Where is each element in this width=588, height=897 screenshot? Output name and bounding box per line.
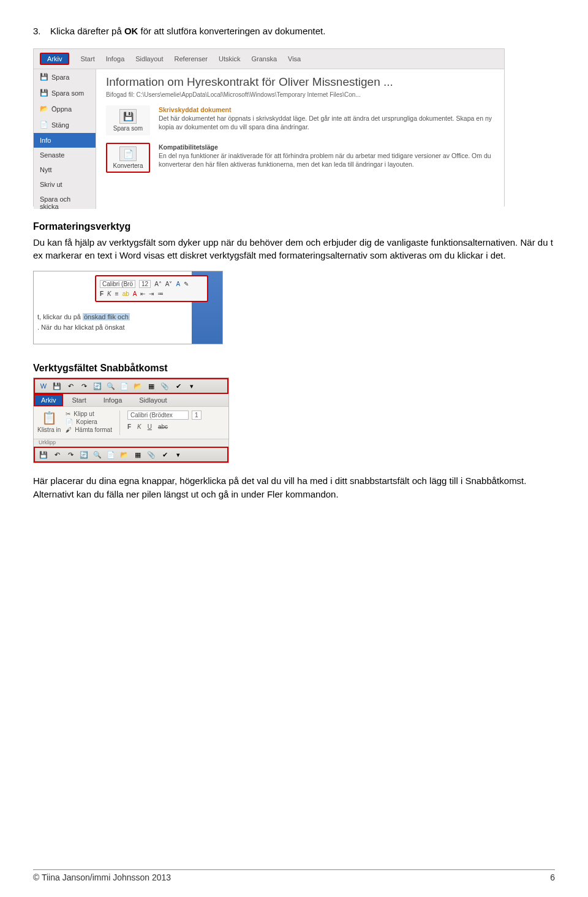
save-icon[interactable]: 💾 (39, 450, 48, 460)
sidebar-nytt-label: Nytt (40, 166, 52, 173)
sidebar-skriv-ut[interactable]: Skriv ut (34, 177, 96, 192)
refresh-icon[interactable]: 🔄 (79, 450, 89, 460)
spara-som-button[interactable]: 💾 Spara som (106, 105, 150, 135)
paste-label: Klistra in (37, 426, 61, 433)
save-icon[interactable]: 💾 (52, 381, 62, 391)
format-painter-icon[interactable]: 🖌 (66, 426, 72, 433)
font-size-input[interactable]: 12 (139, 280, 151, 288)
redo-icon[interactable]: ↷ (66, 450, 75, 460)
cut-label[interactable]: Klipp ut (74, 411, 94, 417)
tab-referenser[interactable]: Referenser (175, 55, 208, 62)
save-icon: 💾 (40, 73, 48, 81)
cut-icon[interactable]: ✂ (66, 411, 70, 417)
undo-icon[interactable]: ↶ (52, 450, 62, 460)
tab-start[interactable]: Start (63, 394, 94, 406)
quick-access-top[interactable]: W 💾 ↶ ↷ 🔄 🔍 📄 📂 ▦ 📎 ✔ ▾ (34, 378, 228, 394)
indent-left-icon[interactable]: ⇤ (140, 290, 145, 297)
sidebar-senaste-label: Senaste (40, 151, 64, 159)
footer-page-number: 6 (550, 872, 555, 882)
size-input[interactable]: 1 (192, 411, 202, 420)
tab-sidlayout[interactable]: Sidlayout (130, 394, 175, 406)
quickaccess-screenshot: W 💾 ↶ ↷ 🔄 🔍 📄 📂 ▦ 📎 ✔ ▾ Arkiv Start Info… (33, 377, 229, 463)
tab-sidlayout[interactable]: Sidlayout (135, 55, 163, 62)
bold-button[interactable]: F (127, 423, 131, 430)
sidebar-spara-som-label: Spara som (51, 89, 84, 97)
quick-access-bottom[interactable]: 💾 ↶ ↷ 🔄 🔍 📄 📂 ▦ 📎 ✔ ▾ (34, 447, 228, 463)
tab-utskick[interactable]: Utskick (219, 55, 240, 62)
word-app-icon: W (39, 381, 48, 391)
font-group: Calibri (Brödtex 1 F K U abc (127, 411, 202, 435)
sidebar-spara[interactable]: 💾Spara (34, 69, 96, 85)
attach-icon[interactable]: 📎 (160, 381, 170, 391)
sidebar-skriv-ut-label: Skriv ut (40, 181, 62, 188)
strike-button[interactable]: abc (158, 423, 168, 430)
table-icon[interactable]: ▦ (133, 450, 143, 460)
align-icon[interactable]: ≡ (115, 290, 119, 297)
footer-copyright: © Tiina Janson/immi Johnsson 2013 (33, 872, 171, 882)
new-icon[interactable]: 📄 (106, 450, 116, 460)
spellcheck-icon[interactable]: ✔ (173, 381, 183, 391)
sidebar-stang[interactable]: 📄Stäng (34, 117, 96, 133)
sidebar-spara-skicka[interactable]: Spara och skicka (34, 192, 96, 214)
tab-infoga[interactable]: Infoga (95, 394, 131, 406)
save-as-large-icon: 💾 (119, 109, 137, 124)
doc-path: Bifogad fil: C:\Users\emelie\AppData\Loc… (106, 91, 494, 98)
highlight-icon[interactable]: ab (123, 290, 129, 297)
paste-icon[interactable]: 📋 (37, 411, 61, 425)
mini-row-2: F K ≡ ab A ⇤ ⇥ ≔ (100, 289, 203, 298)
new-icon[interactable]: 📄 (119, 381, 129, 391)
indent-right-icon[interactable]: ⇥ (149, 290, 154, 297)
heading-snabbatkomst: Verktygsfältet Snabbåtkomst (33, 363, 555, 374)
copy-label[interactable]: Kopiera (76, 418, 97, 425)
format-painter-label[interactable]: Hämta format (75, 426, 112, 433)
shrink-font-icon[interactable]: A˅ (165, 281, 173, 287)
preview-icon[interactable]: 🔍 (106, 381, 116, 391)
attach-icon[interactable]: 📎 (146, 450, 156, 460)
undo-icon[interactable]: ↶ (66, 381, 75, 391)
open-folder-icon[interactable]: 📂 (133, 381, 143, 391)
spellcheck-icon[interactable]: ✔ (160, 450, 170, 460)
tab-granska[interactable]: Granska (251, 55, 277, 62)
step-text-pre: Klicka därefter på (50, 26, 124, 36)
font-name-input[interactable]: Calibri (Brö (100, 280, 135, 288)
format-painter-icon[interactable]: ✎ (184, 281, 189, 287)
bold-button[interactable]: F (100, 290, 104, 297)
sidebar-nytt[interactable]: Nytt (34, 162, 96, 177)
font-color-icon[interactable]: A (133, 290, 137, 297)
italic-button[interactable]: K (137, 423, 141, 430)
customize-dropdown-icon[interactable]: ▾ (187, 381, 197, 391)
grow-font-icon[interactable]: A˄ (154, 281, 162, 287)
sidebar-spara-som[interactable]: 💾Spara som (34, 85, 96, 101)
table-icon[interactable]: ▦ (146, 381, 156, 391)
font-input[interactable]: Calibri (Brödtex (127, 411, 189, 420)
tab-arkiv[interactable]: Arkiv (34, 394, 63, 406)
bullets-icon[interactable]: ≔ (157, 290, 164, 297)
sidebar-spara-label: Spara (51, 74, 69, 81)
sidebar-oppna[interactable]: 📂Öppna (34, 101, 96, 117)
styles-icon[interactable]: A (176, 281, 180, 287)
ribbon-content: 📋 Klistra in ✂Klipp ut 📄Kopiera 🖌Hämta f… (34, 406, 228, 439)
preview-icon[interactable]: 🔍 (92, 450, 102, 460)
tab-infoga[interactable]: Infoga (106, 55, 125, 62)
tab-arkiv[interactable]: Arkiv (40, 53, 69, 65)
refresh-icon[interactable]: 🔄 (92, 381, 102, 391)
copy-icon[interactable]: 📄 (66, 418, 73, 425)
tab-visa[interactable]: Visa (288, 55, 301, 62)
mini-toolbar[interactable]: Calibri (Brö 12 A˄ A˅ A ✎ F K ≡ ab A ⇤ ⇥… (95, 275, 208, 302)
redo-icon[interactable]: ↷ (79, 381, 89, 391)
konvertera-label: Konvertera (113, 162, 143, 169)
mini-toolbar-screenshot: Calibri (Brö 12 A˄ A˅ A ✎ F K ≡ ab A ⇤ ⇥… (33, 271, 223, 344)
tab-start[interactable]: Start (80, 55, 94, 62)
konvertera-button[interactable]: 📄 Konvertera (106, 143, 150, 173)
word-doc-icon: 📄 (119, 146, 137, 161)
customize-dropdown-icon[interactable]: ▾ (173, 450, 183, 460)
underline-button[interactable]: U (148, 423, 152, 430)
italic-button[interactable]: K (107, 290, 111, 297)
open-folder-icon[interactable]: 📂 (119, 450, 129, 460)
step-bold: OK (124, 26, 138, 36)
backstage-sidebar: 💾Spara 💾Spara som 📂Öppna 📄Stäng Info Sen… (34, 69, 96, 209)
sidebar-info[interactable]: Info (34, 133, 96, 148)
para-formateringsverktyg: Du kan få hjälp av verktygsfält som dyke… (33, 236, 555, 263)
sample-highlight: önskad flik och (83, 313, 130, 320)
sidebar-senaste[interactable]: Senaste (34, 148, 96, 162)
